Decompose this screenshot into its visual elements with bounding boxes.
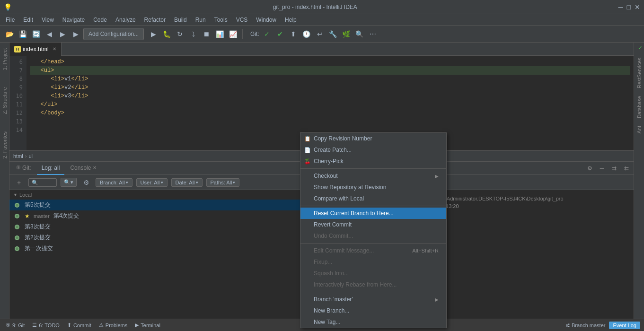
- ctx-fixup-label: Fixup...: [314, 259, 332, 265]
- ctx-squash-into-label: Squash Into...: [314, 270, 349, 277]
- ctx-copy-revision[interactable]: 📋 Copy Revision Number: [300, 133, 446, 144]
- ctx-edit-commit-shortcut: Alt+Shift+R: [412, 248, 439, 253]
- ctx-create-patch-label: Create Patch...: [314, 147, 352, 153]
- ctx-create-patch[interactable]: 📄 Create Patch...: [300, 144, 446, 156]
- ctx-interactive-rebase-label: Interactively Rebase from Here...: [314, 281, 397, 288]
- branch-master-submenu-arrow: ▶: [435, 297, 439, 302]
- ctx-undo-commit-label: Undo Commit...: [314, 233, 353, 239]
- ctx-reset-branch-label: Reset Current Branch to Here...: [314, 210, 394, 217]
- ctx-revert-commit[interactable]: Revert Commit: [300, 219, 446, 230]
- ctx-sep-4: [300, 292, 446, 292]
- ctx-new-tag-label: New Tag...: [314, 319, 340, 325]
- ctx-new-branch-label: New Branch...: [314, 307, 349, 314]
- ctx-sep-3: [300, 243, 446, 244]
- patch-icon: 📄: [304, 147, 311, 153]
- checkout-submenu-arrow: ▶: [435, 174, 439, 179]
- context-menu: 📋 Copy Revision Number 📄 Create Patch...…: [300, 132, 447, 328]
- ctx-copy-revision-label: Copy Revision Number: [314, 135, 372, 142]
- ctx-squash-into: Squash Into...: [300, 268, 446, 279]
- ctx-branch-master[interactable]: Branch 'master' ▶: [300, 294, 446, 305]
- ctx-interactive-rebase: Interactively Rebase from Here...: [300, 279, 446, 290]
- ctx-checkout[interactable]: Checkout ▶: [300, 170, 446, 182]
- ctx-checkout-label: Checkout: [314, 173, 338, 179]
- ctx-new-tag[interactable]: New Tag...: [300, 316, 446, 328]
- cherry-icon: 🍒: [304, 158, 311, 165]
- ctx-revert-commit-label: Revert Commit: [314, 221, 352, 228]
- ctx-branch-master-label: Branch 'master': [314, 296, 353, 303]
- copy-icon: 📋: [304, 136, 311, 142]
- ctx-sep-1: [300, 168, 446, 169]
- ctx-cherry-pick[interactable]: 🍒 Cherry-Pick: [300, 156, 446, 167]
- ctx-undo-commit: Undo Commit...: [300, 230, 446, 242]
- ctx-cherry-pick-label: Cherry-Pick: [314, 158, 344, 165]
- ctx-compare-local-label: Compare with Local: [314, 195, 364, 202]
- ctx-fixup: Fixup...: [300, 256, 446, 268]
- ctx-edit-commit-msg-label: Edit Commit Message...: [314, 247, 374, 254]
- ctx-reset-branch[interactable]: Reset Current Branch to Here...: [300, 208, 446, 219]
- ctx-edit-commit-msg: Edit Commit Message... Alt+Shift+R: [300, 245, 446, 256]
- ctx-compare-local[interactable]: Compare with Local: [300, 193, 446, 204]
- ctx-show-repository[interactable]: Show Repository at Revision: [300, 182, 446, 193]
- ctx-show-repository-label: Show Repository at Revision: [314, 184, 386, 191]
- ctx-new-branch[interactable]: New Branch...: [300, 305, 446, 316]
- ctx-sep-2: [300, 206, 446, 206]
